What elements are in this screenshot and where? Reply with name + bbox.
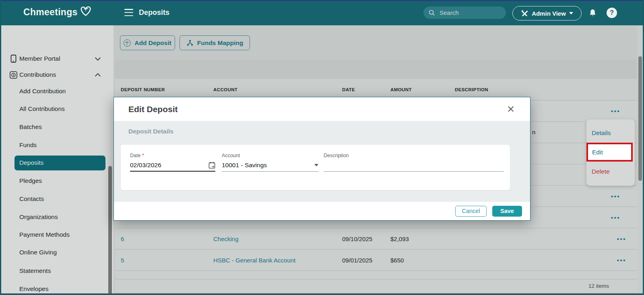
page-scrollbar-thumb[interactable] [638,56,642,181]
calendar-icon[interactable] [208,162,215,169]
deposit-number-link[interactable]: 6 [121,236,213,242]
table-row[interactable]: 6 Checking 09/10/2025 $2,093 ••• [115,228,637,250]
search-icon [428,9,436,16]
window-border-left [0,0,1,295]
cancel-button[interactable]: Cancel [455,206,487,217]
search-input[interactable] [439,9,501,16]
account-underline [222,171,318,172]
more-options-icon[interactable]: ••• [611,214,620,221]
description-underline [324,171,504,172]
dropdown-arrow-icon [314,164,318,166]
more-options-icon[interactable]: ••• [617,257,637,264]
description-label: Description [324,153,504,158]
menu-item-edit-highlighted[interactable]: Edit [586,143,633,162]
menu-item-delete[interactable]: Delete [586,162,635,181]
admin-tools-icon [521,10,528,17]
sidebar-item-contacts[interactable]: Contacts [0,193,114,205]
chevron-down-icon [95,55,101,61]
window-border-bottom [0,293,644,295]
deposit-amount: $2,093 [390,236,455,242]
page-title: Deposits [139,8,169,17]
save-button[interactable]: Save [492,206,522,217]
menu-item-details[interactable]: Details [586,123,635,143]
column-header-amount: AMOUNT [390,87,455,92]
column-header-description: DESCRIPTION [455,87,601,92]
chevron-up-icon [95,73,101,79]
account-label: Account [222,153,318,158]
admin-view-button[interactable]: Admin View [512,6,582,20]
deposit-number-link[interactable]: 5 [121,257,213,264]
clipped-text-fragment: n [532,129,535,135]
contributions-coin-icon: $ [9,71,17,79]
deposit-details-card: Date * Account 10001 - Savings [121,145,510,190]
sidebar-item-online-giving[interactable]: Online Giving [0,246,114,258]
chevron-down-icon [569,12,573,14]
deposit-details-section-title: Deposit Details [128,128,173,135]
row-context-menu: Details Edit Delete [586,119,635,186]
app-logo: Chmeetings [23,7,93,18]
dove-heart-logo-icon [78,7,93,18]
sidebar-item-all-contributions[interactable]: All Contributions [0,103,114,115]
modal-footer: Cancel Save [114,202,530,220]
funds-mapping-sitemap-icon [186,39,194,46]
notifications-bell-icon[interactable] [588,8,597,18]
app-header: Chmeetings Deposits Admin View ? [0,0,644,25]
column-header-date: DATE [342,87,390,92]
table-filter-bar [115,59,637,79]
description-field: Description [324,153,504,169]
description-input[interactable] [324,162,504,169]
sidebar-item-member-portal[interactable]: Member Portal [0,53,114,65]
account-link[interactable]: HSBC - General Bank Account [213,257,342,264]
modal-titlebar: Edit Deposit ✕ [114,97,530,121]
plus-circle-icon [124,39,131,47]
phone-icon [9,55,17,63]
funds-mapping-button[interactable]: Funds Mapping [180,35,250,50]
admin-view-label: Admin View [532,10,566,17]
sidebar-item-payment-methods[interactable]: Payment Methods [0,229,114,241]
sidebar-item-contributions[interactable]: $ Contributions [0,69,114,81]
table-footer: 12 items [115,279,637,293]
app-logo-text: Chmeetings [23,7,78,18]
edit-deposit-modal: Edit Deposit ✕ Deposit Details Date * Ac… [114,97,530,221]
close-icon[interactable]: ✕ [507,104,515,114]
date-label: Date [130,153,140,158]
sidebar-item-statements[interactable]: Statements [0,265,114,277]
deposit-amount: $650 [390,257,455,264]
items-count: 12 items [588,283,609,289]
table-row[interactable]: 5 HSBC - General Bank Account 09/01/2025… [115,250,637,271]
menu-hamburger-icon[interactable] [124,9,133,16]
more-options-icon[interactable]: ••• [611,193,620,200]
sidebar-item-deposits[interactable]: Deposits [0,157,114,169]
add-deposit-button[interactable]: Add Deposit [120,35,175,50]
account-value: 10001 - Savings [222,162,267,169]
search-box[interactable] [423,6,506,19]
sidebar-scrollbar-thumb[interactable] [108,166,112,295]
sidebar-item-funds[interactable]: Funds [0,139,114,151]
account-link[interactable]: Checking [213,236,342,242]
column-header-deposit-number: DEPOSIT NUMBER [121,87,213,92]
account-select[interactable]: 10001 - Savings [222,162,318,169]
sidebar-item-pledges[interactable]: Pledges [0,175,114,187]
date-field: Date * [130,153,215,169]
sidebar-item-add-contribution[interactable]: Add Contribution [0,85,114,97]
account-field: Account 10001 - Savings [222,153,318,169]
help-icon[interactable]: ? [607,8,617,18]
sidebar-item-batches[interactable]: Batches [0,121,114,133]
date-underline [130,171,215,172]
required-asterisk: * [142,153,144,158]
sidebar-nav: Member Portal $ Contributions Add Contri… [0,25,114,294]
menu-item-edit-label: Edit [592,149,603,156]
app-window: Chmeetings Deposits Admin View ? [0,0,644,295]
more-options-icon[interactable]: ••• [617,236,637,242]
column-header-account: ACCOUNT [213,87,342,92]
deposit-date: 09/01/2025 [342,257,390,264]
deposit-date: 09/10/2025 [342,236,390,242]
more-options-icon[interactable]: ••• [611,108,620,115]
sidebar-item-organizations[interactable]: Organizations [0,211,114,223]
window-border-top [0,0,644,1]
date-input[interactable] [130,162,194,169]
modal-title: Edit Deposit [128,104,178,114]
